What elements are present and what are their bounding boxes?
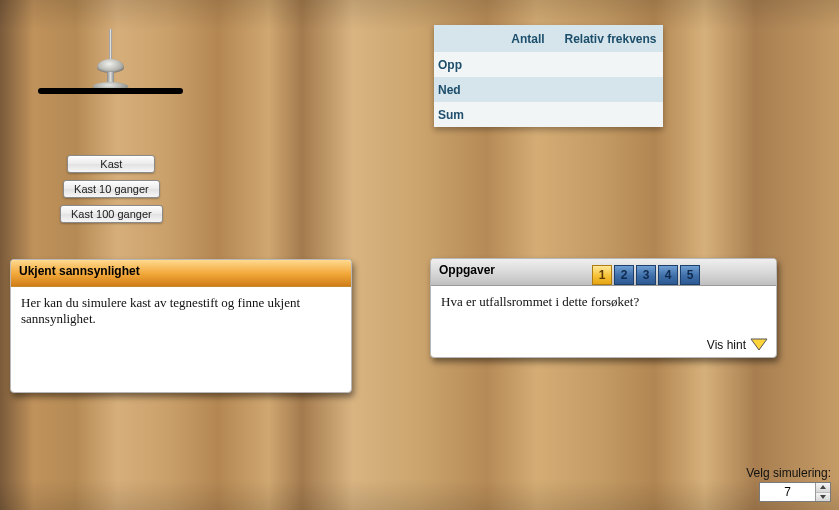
throw-buttons: Kast Kast 10 ganger Kast 100 ganger [60, 155, 163, 223]
kast-100-button[interactable]: Kast 100 ganger [60, 205, 163, 223]
simulation-stepper[interactable]: 7 [759, 482, 831, 502]
info-panel-title: Ukjent sannsynlighet [11, 260, 351, 287]
table-header-row: Antall Relativ frekvens [434, 25, 663, 52]
svg-marker-1 [820, 485, 826, 489]
tasks-panel-title: Oppgaver [439, 263, 495, 277]
caret-down-icon [819, 494, 827, 500]
table-header-antall: Antall [498, 32, 558, 46]
question-number-2[interactable]: 2 [614, 265, 634, 285]
question-number-3[interactable]: 3 [636, 265, 656, 285]
show-hint-button[interactable]: Vis hint [707, 338, 768, 352]
kast-10-button[interactable]: Kast 10 ganger [63, 180, 160, 198]
tasks-panel-titlebar: Oppgaver 1 2 3 4 5 [431, 259, 776, 286]
thumbtack-illustration [38, 28, 218, 103]
svg-marker-0 [751, 339, 767, 350]
question-number-4[interactable]: 4 [658, 265, 678, 285]
table-header-relativ: Relativ frekvens [558, 32, 663, 46]
thumbtack-icon [93, 29, 128, 91]
info-panel: Ukjent sannsynlighet Her kan du simulere… [10, 259, 352, 393]
question-number-5[interactable]: 5 [680, 265, 700, 285]
kast-button[interactable]: Kast [67, 155, 155, 173]
caret-up-icon [819, 484, 827, 490]
ground-bar [38, 88, 183, 94]
info-panel-body: Her kan du simulere kast av tegnestift o… [11, 287, 351, 336]
tasks-question: Hva er utfallsrommet i dette forsøket? [431, 286, 776, 318]
svg-marker-2 [820, 495, 826, 499]
table-row-opp: Opp [434, 52, 663, 77]
row-label: Opp [434, 58, 498, 72]
row-label: Ned [434, 83, 498, 97]
table-row-ned: Ned [434, 77, 663, 102]
simulation-picker-label: Velg simulering: [746, 466, 831, 480]
tasks-panel: Oppgaver 1 2 3 4 5 Hva er utfallsrommet … [430, 258, 777, 358]
simulation-picker: Velg simulering: 7 [746, 466, 831, 502]
show-hint-label: Vis hint [707, 338, 746, 352]
simulation-value: 7 [760, 483, 815, 501]
chevron-down-icon [750, 338, 768, 352]
row-label: Sum [434, 108, 498, 122]
results-table: Antall Relativ frekvens Opp Ned Sum [434, 25, 663, 127]
question-number-1[interactable]: 1 [592, 265, 612, 285]
stepper-down-button[interactable] [816, 493, 830, 502]
stepper-up-button[interactable] [816, 483, 830, 493]
question-numbers: 1 2 3 4 5 [592, 265, 700, 285]
table-row-sum: Sum [434, 102, 663, 127]
